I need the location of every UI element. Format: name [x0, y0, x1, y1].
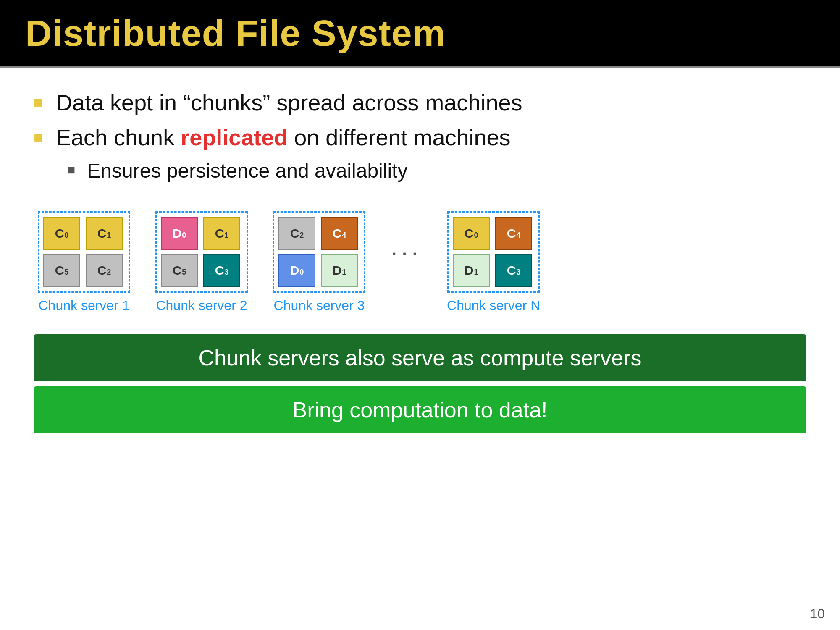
cell-c0-sn: C0: [453, 217, 490, 250]
bullet-list: ■ Data kept in “chunks” spread across ma…: [34, 89, 806, 190]
bullet-text-2-before: Each chunk: [56, 125, 181, 150]
bullet-text-2-after: on different machines: [288, 125, 510, 150]
cell-c5: C5: [43, 254, 80, 287]
chunk-server-3-label: Chunk server 3: [274, 298, 365, 313]
cell-d0-s2: D0: [161, 217, 198, 250]
slide-header: Distributed File System: [0, 0, 840, 68]
chunk-server-2: D0 C1 C5 C3 Chunk server 2: [155, 211, 248, 313]
chunk-box-1: C0 C1 C5 C2: [38, 211, 130, 293]
banner-compute-servers: Chunk servers also serve as compute serv…: [34, 334, 806, 381]
cell-d1-sn: D1: [453, 254, 490, 287]
chunk-box-2: D0 C1 C5 C3: [155, 211, 248, 293]
cell-d1-s3: D1: [321, 254, 358, 287]
cell-c2: C2: [86, 254, 123, 287]
cell-c2-s3: C2: [278, 217, 315, 250]
bullet-marker-1: ■: [34, 93, 43, 111]
slide: Distributed File System ■ Data kept in “…: [0, 0, 840, 630]
bullet-text-1: Data kept in “chunks” spread across mach…: [56, 89, 522, 116]
cell-c0: C0: [43, 217, 80, 250]
chunk-server-1-label: Chunk server 1: [39, 298, 130, 313]
bullet-item-1: ■ Data kept in “chunks” spread across ma…: [34, 89, 806, 116]
bullet-marker-2: ■: [34, 128, 43, 146]
bullet-text-3: Ensures persistence and availability: [87, 159, 407, 183]
chunk-server-1: C0 C1 C5 C2 Chunk server 1: [38, 211, 130, 313]
cell-c1: C1: [86, 217, 123, 250]
chunk-server-n-label: Chunk server N: [447, 298, 540, 313]
diagram-area: C0 C1 C5 C2 Chunk server 1 D0 C1 C5 C3 C…: [34, 211, 806, 313]
bullet-highlight-replicated: replicated: [181, 125, 288, 150]
chunk-server-3: C2 C4 D0 D1 Chunk server 3: [273, 211, 365, 313]
cell-c5-s2: C5: [161, 254, 198, 287]
cell-c4-sn: C4: [495, 217, 532, 250]
bullet-marker-3: ■: [67, 162, 75, 178]
chunk-server-2-label: Chunk server 2: [156, 298, 247, 313]
slide-content: ■ Data kept in “chunks” spread across ma…: [0, 68, 840, 630]
banners-area: Chunk servers also serve as compute serv…: [34, 334, 806, 433]
cell-c3-s2: C3: [203, 254, 240, 287]
cell-c3-sn: C3: [495, 254, 532, 287]
bullet-item-3: ■ Ensures persistence and availability: [67, 159, 806, 183]
bullet-text-2: Each chunk replicated on different machi…: [56, 124, 511, 151]
dots-separator: ...: [391, 232, 422, 261]
chunk-server-n: C0 C4 D1 C3 Chunk server N: [447, 211, 540, 313]
cell-c1-s2: C1: [203, 217, 240, 250]
banner-computation-data: Bring computation to data!: [34, 386, 806, 433]
chunk-box-3: C2 C4 D0 D1: [273, 211, 365, 293]
page-number: 10: [810, 606, 825, 622]
cell-d0-s3: D0: [278, 254, 315, 287]
chunk-box-n: C0 C4 D1 C3: [447, 211, 540, 293]
cell-c4-s3: C4: [321, 217, 358, 250]
slide-title: Distributed File System: [25, 12, 815, 55]
bullet-item-2: ■ Each chunk replicated on different mac…: [34, 124, 806, 151]
